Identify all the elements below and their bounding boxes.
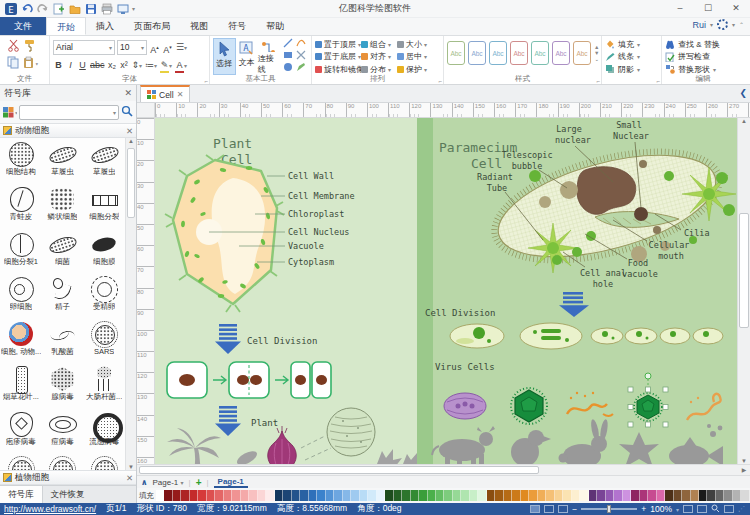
qat-more-caret-icon[interactable]: ▾ <box>132 5 135 12</box>
color-swatch[interactable] <box>555 490 563 501</box>
collapse-ribbon-icon[interactable]: ⌃ <box>739 21 744 28</box>
color-swatch[interactable] <box>521 490 529 501</box>
symbol-item[interactable]: 细胞分裂1 <box>0 228 42 273</box>
increase-font-icon[interactable]: A▴ <box>149 40 160 54</box>
color-swatch[interactable] <box>640 490 648 501</box>
minimize-button[interactable]: – <box>666 0 694 17</box>
color-swatch[interactable] <box>657 490 665 501</box>
edrawsoft-link[interactable]: http://www.edrawsoft.cn/ <box>4 504 96 514</box>
color-swatch[interactable] <box>411 490 419 501</box>
highlight-color-icon[interactable]: ✎▾ <box>159 58 173 72</box>
panel-bottom-tab[interactable]: 文件恢复 <box>43 486 93 503</box>
scroll-down-icon[interactable]: ▼ <box>738 458 750 464</box>
symbol-item[interactable]: 精子 <box>42 273 84 318</box>
symbol-item[interactable]: 烟草花叶... <box>0 363 42 408</box>
connector-tool-button[interactable]: 连接线 <box>258 38 280 75</box>
menu-tab[interactable]: 符号 <box>218 17 256 35</box>
pages-collapse-icon[interactable]: ∧ <box>141 478 148 487</box>
color-swatch[interactable] <box>631 490 639 501</box>
color-swatch[interactable] <box>733 490 741 501</box>
font-size-select[interactable]: 10▾ <box>117 40 147 55</box>
italic-button[interactable]: I <box>65 58 76 72</box>
page-dropdown[interactable]: Page-1 ▾ <box>153 478 184 487</box>
zoom-slider-thumb[interactable] <box>607 505 611 513</box>
color-swatch[interactable] <box>470 490 478 501</box>
orange-rna-squiggle[interactable] <box>567 392 613 416</box>
account-caret-icon[interactable]: ▾ <box>710 21 713 28</box>
symbol-scrollbar[interactable]: ▲ ▼ <box>125 138 136 470</box>
spell-check-button[interactable]: 拼写检查 <box>665 51 741 64</box>
arrange-item[interactable]: 置于顶层 ▾ <box>315 39 361 50</box>
view-mode-normal-icon[interactable] <box>530 505 540 513</box>
color-swatch[interactable] <box>461 490 469 501</box>
horizontal-scroll-thumb[interactable] <box>139 466 539 474</box>
section-header-animal-cells[interactable]: 动物细胞 ✕ <box>0 123 136 138</box>
symbol-item[interactable]: 青蛙皮 <box>0 183 42 228</box>
svg-text:nuclear[interactable]: nuclear <box>555 135 591 145</box>
style-sample-button[interactable]: Abc <box>447 41 465 65</box>
color-swatch[interactable] <box>487 490 495 501</box>
orange-curl-squiggle[interactable] <box>687 394 721 420</box>
symbol-item[interactable]: 流感病毒 <box>83 408 125 453</box>
symbol-item[interactable]: 大肠杆菌... <box>83 363 125 408</box>
font-color-icon[interactable]: A▾ <box>174 58 188 72</box>
label-vacuole[interactable]: Vacuole <box>288 241 324 251</box>
print-icon[interactable] <box>100 2 113 15</box>
gear-icon[interactable] <box>717 19 728 30</box>
label-cell-division[interactable]: Cell Division <box>247 336 317 346</box>
document-tab-cell[interactable]: Cell ✕ <box>140 85 190 102</box>
color-swatch[interactable] <box>224 490 232 501</box>
preview-icon[interactable] <box>116 2 129 15</box>
copy-icon[interactable] <box>7 56 23 71</box>
color-swatch[interactable] <box>300 490 308 501</box>
green-virus-shape[interactable] <box>511 388 547 424</box>
onion-shape[interactable] <box>268 426 297 464</box>
color-swatch[interactable] <box>266 490 274 501</box>
color-swatch[interactable] <box>326 490 334 501</box>
find-replace-button[interactable]: 查找 & 替换 <box>665 38 741 51</box>
view-mode-fullscreen-icon[interactable] <box>544 505 554 513</box>
color-swatch[interactable] <box>258 490 266 501</box>
label-cell-division[interactable]: Cell Division <box>425 308 495 318</box>
color-swatch[interactable] <box>707 490 715 501</box>
scroll-up-icon[interactable]: ▲ <box>126 138 136 144</box>
label-radiant-tube[interactable]: Radiant <box>477 172 513 182</box>
line-spacing-icon[interactable]: ⇕▾ <box>131 58 144 72</box>
color-swatch[interactable] <box>232 490 240 501</box>
svg-text:vacuole[interactable]: vacuole <box>622 269 658 279</box>
scroll-up-icon[interactable]: ▲ <box>738 118 750 124</box>
tab-close-icon[interactable]: ✕ <box>177 90 184 99</box>
font-family-select[interactable]: Arial▾ <box>53 40 115 55</box>
menu-tab[interactable]: 文件 <box>0 17 46 35</box>
color-swatch[interactable] <box>597 490 605 501</box>
magnified-cell-circle[interactable] <box>301 408 375 460</box>
plant-cell-title[interactable]: Plant <box>213 136 252 151</box>
symbol-item[interactable]: 卵细胞 <box>0 273 42 318</box>
symbol-item[interactable]: 草履虫 <box>42 138 84 183</box>
style-sample-button[interactable]: Abc <box>531 41 549 65</box>
section-close-icon[interactable]: ✕ <box>126 473 133 483</box>
color-swatch[interactable] <box>529 490 537 501</box>
svg-text:mouth[interactable]: mouth <box>658 251 684 261</box>
style-sample-button[interactable]: Abc <box>489 41 507 65</box>
color-swatch[interactable] <box>682 490 690 501</box>
symbol-item[interactable]: 草履虫 <box>83 138 125 183</box>
arrange-item[interactable]: 对齐 ▾ <box>361 51 397 62</box>
close-button[interactable]: ✕ <box>722 0 750 17</box>
color-swatch[interactable] <box>419 490 427 501</box>
arrange-item[interactable]: 居中 ▾ <box>397 51 437 62</box>
arrange-item[interactable]: 大小 ▾ <box>397 39 437 50</box>
style-more-icon[interactable]: ⌄ <box>594 57 599 62</box>
color-swatch[interactable] <box>394 490 402 501</box>
maximize-button[interactable]: ☐ <box>694 0 722 17</box>
color-swatch[interactable] <box>249 490 257 501</box>
label-large-nuclear[interactable]: Large <box>556 124 582 134</box>
color-swatch[interactable] <box>436 490 444 501</box>
settings-caret-icon[interactable]: ▾ <box>732 21 735 28</box>
menu-tab[interactable]: 插入 <box>86 17 124 35</box>
strikethrough-button[interactable]: abc <box>89 58 106 72</box>
color-swatch[interactable] <box>385 490 393 501</box>
selected-green-virus-shape[interactable] <box>628 373 668 427</box>
label-cell-anal-hole[interactable]: Cell anal <box>580 268 626 278</box>
pen-tool-icon[interactable] <box>296 62 306 74</box>
